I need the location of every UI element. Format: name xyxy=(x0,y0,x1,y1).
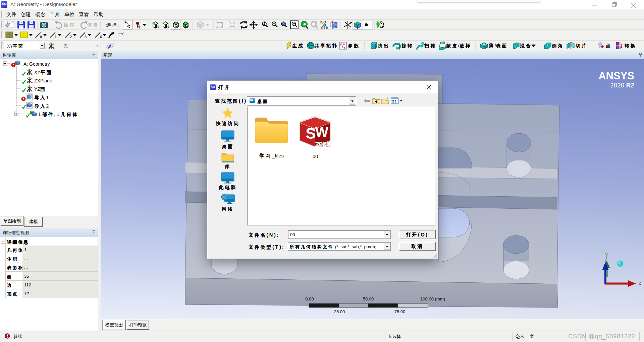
svg-text:1: 1 xyxy=(55,35,57,39)
svg-text:ISO: ISO xyxy=(320,20,326,24)
svg-text:2020: 2020 xyxy=(315,140,330,148)
svg-text:100.00 (mm): 100.00 (mm) xyxy=(420,296,445,301)
svg-text:恢复: 恢复 xyxy=(87,22,99,27)
svg-text:3: 3 xyxy=(85,35,87,39)
svg-text:P: P xyxy=(340,43,342,46)
svg-text:X: X xyxy=(100,35,102,39)
svg-text:2020 R2: 2020 R2 xyxy=(610,82,634,89)
svg-text:50.00: 50.00 xyxy=(363,296,374,301)
svg-text:P: P xyxy=(343,43,345,46)
svg-text:Z: Z xyxy=(605,257,608,262)
svg-text:S: S xyxy=(306,125,316,142)
svg-text:0.00: 0.00 xyxy=(305,296,314,301)
svg-text:X: X xyxy=(638,281,642,286)
svg-text:25.00: 25.00 xyxy=(334,309,345,314)
svg-text:撤销: 撤销 xyxy=(63,22,75,27)
svg-text:0: 0 xyxy=(40,35,42,39)
svg-text:75.00: 75.00 xyxy=(394,309,406,314)
svg-text:ANSYS: ANSYS xyxy=(598,70,634,82)
svg-text:W: W xyxy=(315,124,328,140)
svg-text:选择:: 选择: xyxy=(106,22,120,27)
svg-text:2: 2 xyxy=(70,35,72,39)
